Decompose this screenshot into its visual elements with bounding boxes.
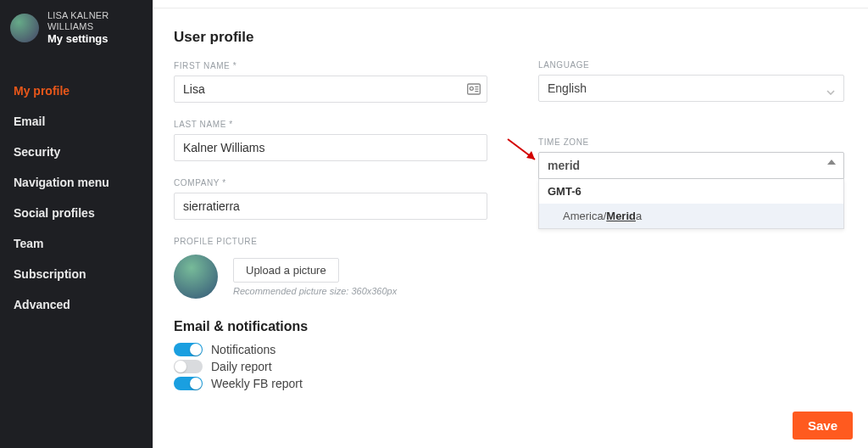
- sidebar-item-advanced[interactable]: Advanced: [0, 289, 153, 320]
- first-name-label: FIRST NAME *: [174, 61, 487, 70]
- daily-report-toggle-label: Daily report: [211, 360, 272, 373]
- profile-picture-actions: Upload a picture Recommended picture siz…: [233, 258, 397, 296]
- sidebar-item-subscription[interactable]: Subscription: [0, 259, 153, 289]
- language-value: English: [548, 81, 587, 95]
- first-name-wrap: [174, 76, 487, 103]
- sidebar-subtitle: My settings: [47, 32, 142, 45]
- sidebar-item-social-profiles[interactable]: Social profiles: [0, 198, 153, 228]
- app-root: LISA KALNER WILLIAMS My settings My prof…: [0, 0, 868, 448]
- sidebar-item-email[interactable]: Email: [0, 106, 153, 137]
- last-name-input[interactable]: [174, 134, 487, 161]
- chevron-down-icon: [826, 84, 835, 92]
- profile-picture-label: PROFILE PICTURE: [174, 237, 487, 246]
- timezone-search-input[interactable]: [538, 152, 844, 179]
- toggle-knob: [190, 344, 202, 356]
- last-name-label: LAST NAME *: [174, 120, 487, 129]
- page-title: User profile: [174, 29, 487, 46]
- company-label: COMPANY *: [174, 178, 487, 188]
- toggle-knob: [175, 361, 186, 372]
- weekly-fb-toggle[interactable]: [174, 377, 203, 390]
- weekly-fb-toggle-label: Weekly FB report: [211, 377, 303, 390]
- first-name-input[interactable]: [174, 76, 487, 103]
- toggle-row-notifications: Notifications: [174, 343, 487, 356]
- sidebar-user-name: LISA KALNER WILLIAMS: [47, 10, 142, 32]
- timezone-dropdown: GMT-6 America/Merida: [538, 179, 844, 229]
- language-wrap: English: [538, 75, 844, 102]
- profile-picture-avatar: [174, 255, 218, 299]
- sidebar-item-security[interactable]: Security: [0, 137, 153, 167]
- notifications-toggle[interactable]: [174, 343, 203, 356]
- main-scroll[interactable]: User profile FIRST NAME * LAST NAME * CO…: [153, 0, 868, 448]
- timezone-option-suffix: a: [636, 210, 642, 222]
- company-wrap: [174, 193, 487, 220]
- notifications-heading: Email & notifications: [174, 319, 487, 334]
- language-select[interactable]: English: [538, 75, 844, 102]
- sidebar-item-navigation-menu[interactable]: Navigation menu: [0, 167, 153, 198]
- toggle-knob: [190, 378, 202, 389]
- save-bar: Save: [793, 412, 853, 440]
- timezone-combobox: GMT-6 America/Merida: [538, 152, 844, 229]
- spacer: [538, 29, 844, 60]
- upload-picture-button[interactable]: Upload a picture: [233, 258, 339, 283]
- language-label: LANGUAGE: [538, 60, 844, 70]
- sidebar-header: LISA KALNER WILLIAMS My settings: [0, 5, 153, 55]
- main: User profile FIRST NAME * LAST NAME * CO…: [153, 0, 868, 448]
- profile-picture-hint: Recommended picture size: 360x360px: [233, 286, 397, 296]
- company-input[interactable]: [174, 193, 487, 220]
- content: User profile FIRST NAME * LAST NAME * CO…: [153, 8, 868, 448]
- sidebar-item-team[interactable]: Team: [0, 228, 153, 259]
- col-right: LANGUAGE English TIME ZONE: [538, 29, 844, 229]
- timezone-option-america-merida[interactable]: America/Merida: [539, 204, 843, 228]
- toggle-row-daily-report: Daily report: [174, 360, 487, 373]
- sidebar: LISA KALNER WILLIAMS My settings My prof…: [0, 0, 153, 448]
- col-left: User profile FIRST NAME * LAST NAME * CO…: [174, 29, 487, 394]
- sidebar-item-my-profile[interactable]: My profile: [0, 76, 153, 106]
- svg-line-5: [508, 139, 535, 160]
- sidebar-nav: My profile Email Security Navigation men…: [0, 76, 153, 320]
- last-name-wrap: [174, 134, 487, 161]
- contact-card-icon: [467, 83, 481, 95]
- topbar: [153, 0, 868, 8]
- save-button[interactable]: Save: [793, 412, 853, 440]
- timezone-option-match: Merid: [606, 210, 636, 222]
- timezone-option-prefix: America/: [563, 210, 606, 222]
- timezone-group-label: GMT-6: [539, 179, 843, 204]
- toggle-row-weekly-fb: Weekly FB report: [174, 377, 487, 390]
- spacer: [538, 119, 844, 137]
- notifications-toggle-label: Notifications: [211, 343, 275, 356]
- daily-report-toggle[interactable]: [174, 360, 203, 373]
- sidebar-user-block: LISA KALNER WILLIAMS My settings: [47, 10, 142, 45]
- svg-marker-6: [526, 151, 535, 160]
- profile-picture-row: Upload a picture Recommended picture siz…: [174, 255, 487, 299]
- chevron-up-icon[interactable]: [827, 160, 836, 165]
- svg-point-1: [470, 87, 473, 90]
- timezone-label: TIME ZONE: [538, 137, 844, 147]
- sidebar-avatar: [10, 14, 39, 42]
